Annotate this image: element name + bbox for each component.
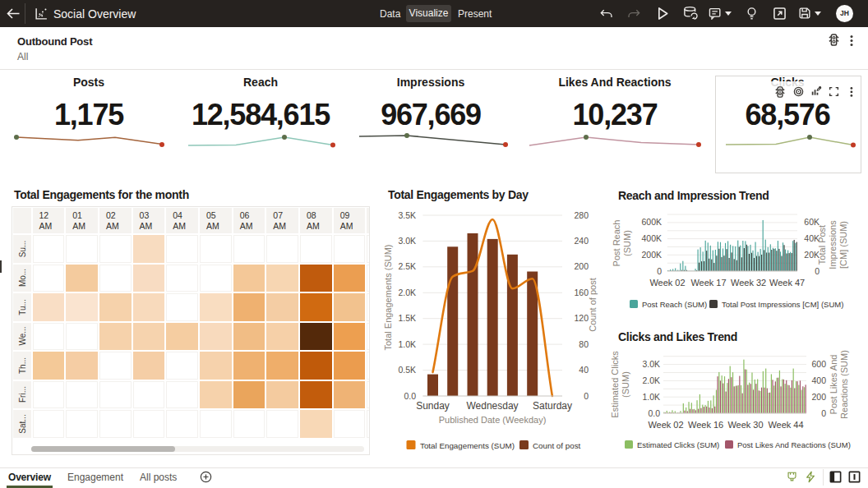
svg-text:120: 120: [574, 313, 589, 323]
svg-text:0: 0: [815, 266, 820, 276]
svg-text:Saturday: Saturday: [533, 400, 572, 412]
svg-text:Sunday: Sunday: [416, 400, 450, 412]
svg-text:3.0K: 3.0K: [642, 359, 660, 369]
svg-text:Count of post: Count of post: [588, 278, 598, 331]
svg-text:Count of post: Count of post: [533, 441, 581, 450]
svg-text:280: 280: [574, 210, 589, 220]
svg-text:Estimated Clicks: Estimated Clicks: [610, 351, 620, 418]
svg-text:Estimated Clicks (SUM): Estimated Clicks (SUM): [637, 440, 719, 449]
svg-text:1.5K: 1.5K: [398, 313, 416, 323]
svg-text:0: 0: [657, 266, 662, 276]
svg-text:1.0K: 1.0K: [398, 339, 416, 349]
svg-text:0.0: 0.0: [404, 391, 416, 401]
svg-text:Post Likes And Reactions (SUM): Post Likes And Reactions (SUM): [737, 440, 851, 449]
svg-text:400K: 400K: [641, 233, 662, 243]
svg-text:0: 0: [821, 408, 826, 418]
svg-text:Week 44: Week 44: [768, 420, 803, 430]
svg-text:400: 400: [811, 375, 826, 385]
svg-text:240: 240: [574, 236, 589, 246]
svg-text:Total Engagements (SUM): Total Engagements (SUM): [383, 245, 393, 351]
svg-text:0.0: 0.0: [648, 408, 660, 418]
svg-text:(SUM): (SUM): [621, 371, 630, 398]
svg-text:600K: 600K: [641, 217, 662, 227]
svg-text:1.0K: 1.0K: [642, 392, 660, 402]
svg-text:Post Likes And: Post Likes And: [829, 355, 838, 415]
svg-text:Impressions: Impressions: [828, 220, 838, 269]
svg-text:Total Post Impressions [CM] (S: Total Post Impressions [CM] (SUM): [722, 300, 843, 309]
svg-text:Published Date (Weekday): Published Date (Weekday): [439, 415, 547, 425]
svg-text:Week 32: Week 32: [731, 278, 766, 288]
svg-text:200: 200: [811, 392, 826, 402]
svg-text:2.5K: 2.5K: [398, 261, 416, 271]
svg-text:Reactions (SUM): Reactions (SUM): [839, 350, 849, 419]
svg-text:3.0K: 3.0K: [398, 236, 416, 246]
svg-text:0.5K: 0.5K: [398, 365, 416, 375]
svg-text:(SUM): (SUM): [622, 230, 632, 256]
svg-text:Week 02: Week 02: [648, 420, 683, 430]
svg-text:160: 160: [574, 288, 589, 297]
svg-text:Week 17: Week 17: [690, 278, 726, 288]
svg-text:0: 0: [584, 391, 589, 401]
svg-text:Wednesday: Wednesday: [466, 400, 518, 412]
svg-text:2.0K: 2.0K: [642, 375, 660, 385]
svg-text:40: 40: [579, 365, 589, 375]
svg-text:2.0K: 2.0K: [398, 288, 416, 297]
svg-text:Week 02: Week 02: [649, 278, 685, 288]
svg-text:Total Post: Total Post: [817, 225, 827, 265]
svg-text:Post Reach (SUM): Post Reach (SUM): [642, 300, 707, 309]
svg-text:600: 600: [811, 359, 826, 369]
svg-text:Total Engagements (SUM): Total Engagements (SUM): [420, 441, 515, 450]
svg-text:Week 30: Week 30: [727, 420, 763, 430]
svg-text:200K: 200K: [641, 250, 662, 260]
svg-text:Week 47: Week 47: [769, 278, 805, 288]
svg-text:80: 80: [579, 339, 589, 349]
svg-text:Post Reach: Post Reach: [612, 220, 621, 267]
svg-text:200: 200: [574, 261, 589, 271]
svg-text:[CM] (SUM): [CM] (SUM): [838, 221, 848, 269]
svg-text:Week 16: Week 16: [688, 420, 723, 430]
svg-text:3.5K: 3.5K: [398, 210, 416, 220]
